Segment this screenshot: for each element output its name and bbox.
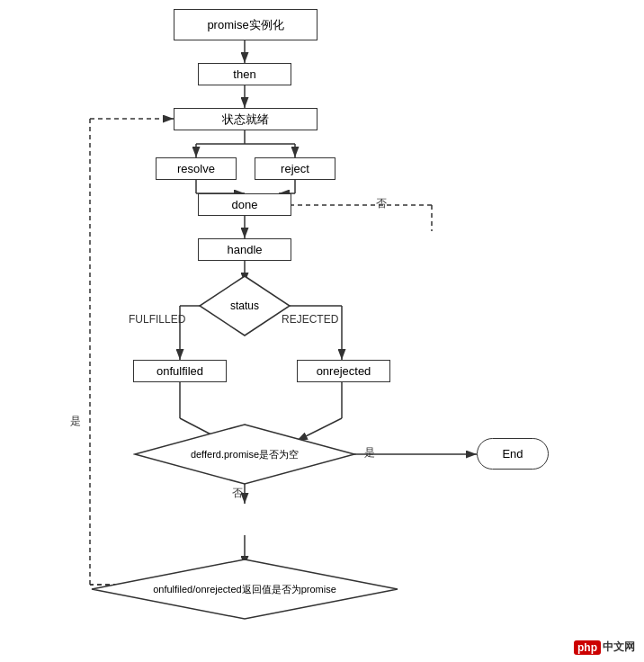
handle-label: handle [227, 243, 262, 256]
reject-label: reject [281, 162, 309, 175]
defferd-diamond-wrap: defferd.promise是否为空 [133, 423, 356, 486]
status-diamond-wrap: status [198, 274, 291, 337]
fulfilled-label: FULFILLED [129, 313, 185, 326]
then-box: then [198, 63, 291, 85]
defferd-diamond-label: defferd.promise是否为空 [155, 448, 335, 461]
watermark-cn: 中文网 [603, 640, 635, 655]
status-diamond-label: status [230, 300, 259, 312]
onfulfiled-label: onfulfiled [157, 364, 203, 378]
no-label-done: 否 [376, 196, 387, 211]
resolve-box: resolve [156, 157, 237, 180]
then-label: then [233, 67, 255, 81]
promise-instantiate-box: promise实例化 [174, 9, 318, 40]
watermark-php: php [574, 640, 601, 655]
onrejected-box: onrejected [297, 360, 390, 382]
end-box: End [477, 438, 549, 470]
onrejected-label: onrejected [317, 364, 371, 378]
onfulfiled-box: onfulfiled [133, 360, 227, 382]
return-diamond-wrap: onfulfiled/onrejected返回值是否为promise [90, 558, 399, 621]
promise-instantiate-label: promise实例化 [207, 17, 283, 33]
no-label-defferd: 否 [232, 486, 243, 501]
rejected-label: REJECTED [282, 313, 338, 326]
done-box: done [198, 193, 291, 216]
status-ready-box: 状态就绪 [174, 108, 318, 130]
return-diamond-label: onfulfiled/onrejected返回值是否为promise [110, 583, 380, 596]
resolve-label: resolve [177, 162, 215, 175]
watermark: php 中文网 [574, 640, 635, 655]
flowchart: promise实例化 then 状态就绪 resolve reject done… [0, 0, 644, 662]
yes-label-defferd: 是 [364, 445, 375, 461]
yes-label-side: 是 [70, 414, 81, 429]
handle-box: handle [198, 238, 291, 261]
reject-box: reject [255, 157, 335, 180]
end-label: End [502, 447, 523, 461]
done-label: done [232, 198, 258, 211]
status-ready-label: 状态就绪 [222, 112, 269, 128]
